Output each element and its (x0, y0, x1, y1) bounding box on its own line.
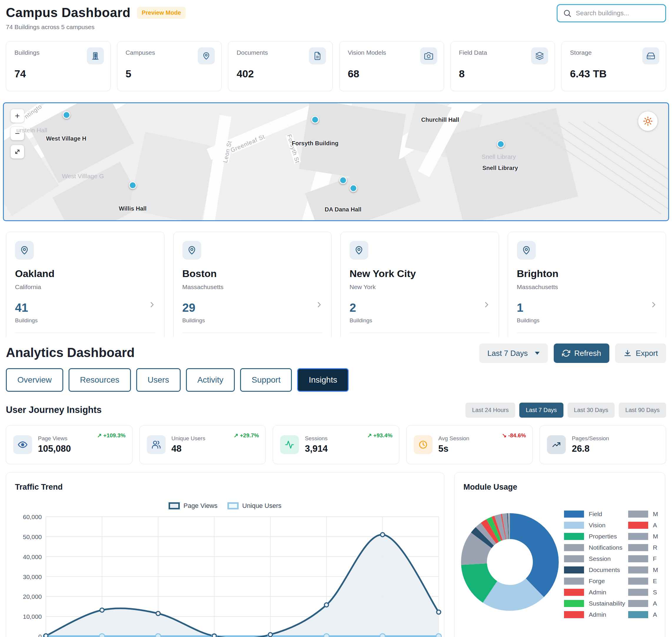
legend-swatch (628, 522, 648, 529)
map-fullscreen-button[interactable] (11, 145, 24, 159)
preview-mode-badge: Preview Mode (137, 7, 185, 19)
map-zoom-out-button[interactable]: − (11, 127, 24, 140)
search-box[interactable] (557, 4, 666, 22)
expand-icon (14, 148, 21, 155)
chevron-right-icon[interactable] (148, 300, 157, 309)
pill-last-90-days[interactable]: Last 90 Days (619, 403, 666, 418)
search-icon (563, 9, 572, 18)
page-title: Campus Dashboard (6, 5, 131, 20)
campus-card-oakland[interactable]: Oakland California 41 Buildings (6, 232, 164, 337)
chevron-right-icon[interactable] (482, 300, 491, 309)
campus-count-label: Buildings (15, 317, 155, 324)
legend-swatch (628, 533, 648, 540)
metric-label: Avg Session (438, 435, 469, 442)
map-pin-icon (15, 241, 34, 260)
pill-last-7-days[interactable]: Last 7 Days (519, 403, 563, 418)
campus-card-new-york-city[interactable]: New York City New York 2 Buildings (340, 232, 499, 337)
time-range-pills: Last 24 Hours Last 7 Days Last 30 Days L… (465, 403, 666, 418)
legend-label: A (653, 611, 657, 618)
campus-card-brighton[interactable]: Brighton Massachusetts 1 Buildings (508, 232, 667, 337)
tab-support[interactable]: Support (240, 368, 292, 392)
stat-card-buildings: Buildings 74 (6, 41, 111, 91)
traffic-trend-title: Traffic Trend (6, 473, 444, 492)
module-usage-donut-chart (460, 512, 560, 612)
tab-overview[interactable]: Overview (6, 368, 63, 392)
page-subtitle: 74 Buildings across 5 campuses (6, 23, 666, 31)
stat-value: 8 (459, 68, 547, 80)
building-marker[interactable] (339, 177, 347, 184)
stat-value: 6.43 TB (570, 68, 658, 80)
campus-count-label: Buildings (517, 317, 657, 324)
building-marker[interactable] (63, 111, 70, 119)
pill-last-24-hours[interactable]: Last 24 Hours (465, 403, 515, 418)
metric-value: 3,914 (305, 443, 328, 454)
legend-item: M (628, 509, 658, 520)
metric-value: 105,080 (38, 443, 71, 454)
stat-card-field-data: Field Data 8 (450, 41, 555, 91)
stat-value: 74 (14, 68, 102, 80)
stat-card-documents: Documents 402 (228, 41, 333, 91)
campus-map[interactable]: + − ntingtourstein HallWest Village HWes… (3, 102, 669, 221)
campus-count: 1 (517, 301, 657, 314)
charts-row: Traffic Trend Page Views Unique Users 60… (6, 472, 666, 637)
campus-name: Boston (182, 268, 323, 279)
campus-cards-row: Oakland California 41 Buildings Boston M… (6, 232, 666, 337)
legend-item: Properties (564, 531, 625, 542)
legend-item: F (628, 553, 658, 564)
module-legend-left: FieldVisionPropertiesNotificationsSessio… (564, 509, 625, 620)
building-marker[interactable] (129, 181, 137, 189)
legend-swatch-page-views (169, 502, 180, 509)
map-style-toggle-button[interactable] (638, 111, 658, 131)
building-marker[interactable] (311, 116, 319, 124)
users-icon (147, 435, 166, 454)
campus-state: Massachusetts (182, 284, 323, 291)
pill-last-30-days[interactable]: Last 30 Days (568, 403, 615, 418)
sun-icon (643, 116, 653, 126)
legend-item: Admin (564, 609, 625, 620)
building-marker[interactable] (497, 140, 505, 148)
search-input[interactable] (576, 10, 660, 17)
chevron-right-icon[interactable] (315, 300, 324, 309)
date-range-select[interactable]: Last 7 Days (479, 344, 548, 363)
building-marker[interactable] (350, 184, 357, 192)
tab-resources[interactable]: Resources (69, 368, 131, 392)
export-label: Export (636, 349, 658, 358)
tab-users[interactable]: Users (136, 368, 181, 392)
legend-label: Unique Users (242, 502, 281, 510)
eye-icon (13, 435, 32, 454)
refresh-button[interactable]: Refresh (554, 344, 609, 363)
legend-label: A (653, 522, 657, 529)
legend-label: Vision (589, 522, 605, 529)
metric-card-avg-session: Avg Session 5s ↘ -84.6% (406, 425, 533, 464)
metric-value: 26.8 (572, 443, 609, 454)
module-usage-card: Module Usage FieldVisionPropertiesNotifi… (454, 472, 665, 637)
traffic-trend-chart: 60,00050,00040,00030,00020,00010,0000 (6, 511, 444, 637)
campus-name: Oakland (15, 268, 155, 279)
metric-delta: ↗ +93.4% (367, 432, 392, 439)
tab-insights[interactable]: Insights (297, 368, 349, 392)
traffic-trend-card: Traffic Trend Page Views Unique Users 60… (6, 472, 444, 637)
map-pin-icon (350, 241, 368, 260)
metric-card-pages-per-session: Pages/Session 26.8 (540, 425, 666, 464)
insights-header: User Journey Insights Last 24 Hours Last… (6, 402, 666, 418)
chevron-down-icon (535, 352, 540, 355)
map-pin-icon (182, 241, 201, 260)
stat-card-campuses: Campuses 5 (117, 41, 222, 91)
svg-text:40,000: 40,000 (23, 553, 42, 560)
refresh-icon (562, 349, 570, 357)
campus-card-boston[interactable]: Boston Massachusetts 29 Buildings (173, 232, 332, 337)
legend-label: Forge (589, 578, 605, 585)
legend-swatch (628, 544, 648, 551)
legend-swatch (628, 566, 648, 574)
chevron-right-icon[interactable] (649, 300, 658, 309)
analytics-header: Analytics Dashboard Last 7 Days Refresh … (6, 340, 666, 366)
map-pin-icon (517, 241, 536, 260)
legend-item: Field (564, 509, 625, 520)
legend-label: Admin (589, 611, 606, 618)
export-button[interactable]: Export (615, 344, 666, 363)
legend-swatch (628, 578, 648, 585)
stats-row: Buildings 74 Campuses 5 Documents 402 Vi… (6, 41, 666, 91)
tab-activity[interactable]: Activity (186, 368, 235, 392)
map-zoom-in-button[interactable]: + (11, 109, 24, 123)
metric-delta: ↗ +29.7% (234, 432, 259, 439)
